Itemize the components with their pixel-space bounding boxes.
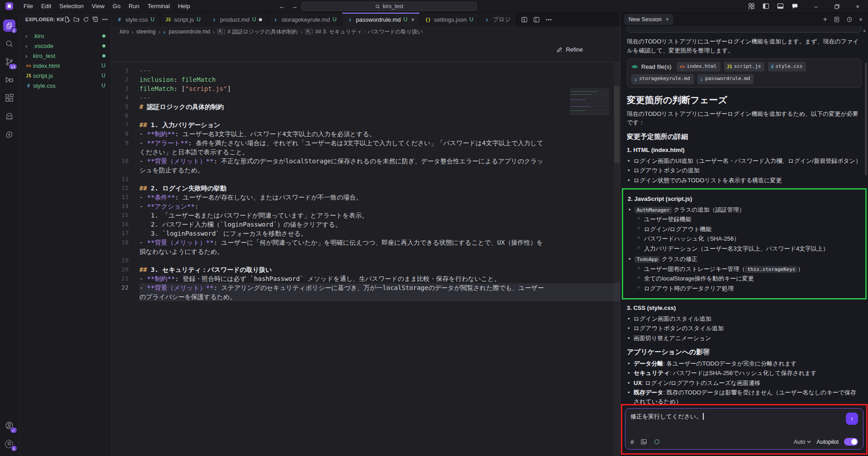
code-line: 21 - **制約**: 登録・照合時には必ず `hashPassword` メ…: [111, 274, 620, 283]
breadcrumb-item[interactable]: .kiro: [119, 28, 129, 35]
annotation-red-box: 修正を実行してください。 ↑ # Auto: [621, 404, 868, 455]
chat-composer[interactable]: 修正を実行してください。 ↑ # Auto: [625, 408, 863, 450]
menu-edit[interactable]: Edit: [37, 0, 55, 13]
breadcrumb-item[interactable]: passwordrule.md: [169, 28, 210, 35]
forward-arrow-icon[interactable]: →: [291, 2, 298, 10]
composer-input[interactable]: 修正を実行してください。: [630, 413, 846, 421]
explorer-activity-icon[interactable]: 2: [0, 16, 19, 34]
new-file-icon[interactable]: [64, 16, 70, 23]
git-status: U: [252, 16, 256, 23]
source-control-activity-icon[interactable]: 13: [0, 52, 19, 71]
menu-terminal[interactable]: Terminal: [143, 0, 174, 13]
restore-button[interactable]: [826, 0, 847, 13]
explorer-file[interactable]: JS script.js U: [19, 71, 111, 81]
customize-layout-icon[interactable]: [748, 3, 755, 10]
search-activity-icon[interactable]: [0, 34, 19, 52]
back-arrow-icon[interactable]: ←: [279, 2, 286, 10]
minimize-button[interactable]: –: [806, 0, 826, 13]
mode-dropdown[interactable]: Auto: [794, 439, 811, 445]
chat-scrollbar[interactable]: [865, 62, 867, 176]
extensions-activity-icon[interactable]: [0, 89, 19, 107]
attach-image-icon[interactable]: [640, 438, 647, 445]
editor-tab[interactable]: # style.css U: [111, 13, 160, 26]
settings-gear-icon[interactable]: 1: [0, 434, 19, 452]
modified-dot: [102, 44, 105, 48]
kiro-chat-activity-icon[interactable]: [0, 125, 19, 143]
mcp-status-icon[interactable]: [653, 438, 660, 445]
tab-label: passwordrule.md: [356, 16, 401, 23]
editor-tab[interactable]: ↓ passwordrule.md U ×: [342, 13, 420, 26]
chat-bubble-icon[interactable]: [792, 3, 798, 10]
refine-button[interactable]: Refine: [556, 46, 583, 53]
context-hash-icon[interactable]: #: [630, 438, 634, 446]
file-name: style.css: [33, 82, 56, 89]
html-file-icon: <>: [25, 63, 32, 68]
explorer-file[interactable]: <> index.html U: [19, 61, 111, 71]
editor-tab[interactable]: {} settings.json U: [420, 13, 479, 26]
toggle-sidebar-icon[interactable]: [763, 3, 769, 10]
send-button[interactable]: ↑: [846, 413, 858, 425]
new-folder-icon[interactable]: [73, 16, 80, 23]
editor-tab[interactable]: JS script.js U: [160, 13, 206, 26]
inline-code: TodoApp: [634, 256, 660, 263]
run-debug-activity-icon[interactable]: [0, 71, 19, 89]
close-window-button[interactable]: ×: [847, 0, 868, 13]
toggle-panel-icon[interactable]: [777, 3, 784, 10]
chevron-right-icon: ›: [25, 33, 32, 39]
file-chip[interactable]: ↓passwordrule.md: [697, 74, 754, 84]
menu-file[interactable]: File: [19, 0, 37, 13]
close-session-icon[interactable]: ×: [666, 16, 669, 23]
chat-list-item: ログイン画面のUI追加（ユーザー名・パスワード入力欄、ログイン/新規登録ボタン）: [627, 157, 862, 166]
menu-view[interactable]: View: [88, 0, 109, 13]
explorer-folder[interactable]: › kiro_test: [19, 51, 111, 61]
line-number: 1: [111, 66, 139, 75]
editor-layout-icon[interactable]: [533, 16, 540, 23]
tab-label: style.css: [125, 16, 148, 23]
md-file-icon: ↓: [211, 16, 217, 23]
scroll-up-arrow-icon[interactable]: ▲: [863, 28, 866, 33]
explorer-file[interactable]: # style.css U: [19, 81, 111, 90]
close-tab-icon[interactable]: ×: [411, 16, 415, 23]
accounts-icon[interactable]: ✓: [0, 416, 19, 434]
eye-icon: [631, 63, 638, 70]
line-number: 20: [111, 265, 139, 274]
editor-tab[interactable]: ↓ プロジ: [479, 13, 516, 26]
editor-tab[interactable]: ↓ product.md U: [206, 13, 267, 26]
editor-code[interactable]: 1 --- 2 inclusion: fileMatch 3 fileMatch…: [111, 62, 620, 456]
kiro-logo-icon: [5, 2, 13, 10]
line-number: 8: [111, 129, 139, 138]
menu-selection[interactable]: Selection: [55, 0, 87, 13]
breadcrumb[interactable]: .kiro›steering›↓passwordrule.md›M↓# 認証ロジ…: [111, 26, 620, 37]
new-session-icon[interactable]: +: [823, 15, 827, 24]
task-list-icon[interactable]: [834, 16, 840, 23]
file-chip[interactable]: JSscript.js: [724, 62, 765, 71]
explorer-folder[interactable]: › .kiro: [19, 31, 111, 41]
history-icon[interactable]: [846, 16, 853, 23]
kiro-ghost-activity-icon[interactable]: [0, 107, 19, 125]
command-center-search[interactable]: kiro_test: [301, 2, 477, 11]
more-actions-icon[interactable]: [102, 16, 108, 23]
editor-scrollbar[interactable]: [614, 62, 620, 456]
menu-help[interactable]: Help: [174, 0, 194, 13]
explorer-folder[interactable]: › .vscode: [19, 41, 111, 51]
file-chip[interactable]: <>index.html: [677, 62, 720, 71]
breadcrumb-item[interactable]: steering: [136, 28, 156, 35]
menu-run[interactable]: Run: [124, 0, 143, 13]
breadcrumb-item[interactable]: # 認証ロジックの具体的制約: [228, 28, 298, 36]
git-status: U: [404, 16, 408, 23]
breadcrumb-item[interactable]: ## 3. セキュリティ：パスワードの取り扱い: [315, 28, 423, 36]
menu-go[interactable]: Go: [109, 0, 124, 13]
split-editor-icon[interactable]: [521, 16, 528, 23]
chat-session-tab[interactable]: New Session ×: [624, 14, 673, 25]
git-status: U: [469, 16, 473, 23]
more-editor-actions-icon[interactable]: [545, 16, 552, 23]
editor-tab[interactable]: ↓ storagekeyrule.md U: [267, 13, 342, 26]
collapse-all-icon[interactable]: [92, 16, 99, 23]
close-panel-icon[interactable]: ×: [859, 16, 863, 23]
autopilot-toggle[interactable]: [844, 438, 858, 446]
refresh-icon[interactable]: [83, 16, 89, 23]
chat-list-item: ログイン画面のスタイル追加: [627, 314, 862, 323]
file-chip[interactable]: ↓storagekeyrule.md: [631, 74, 694, 84]
file-chip[interactable]: #style.css: [768, 62, 806, 71]
minimap[interactable]: [570, 89, 609, 116]
